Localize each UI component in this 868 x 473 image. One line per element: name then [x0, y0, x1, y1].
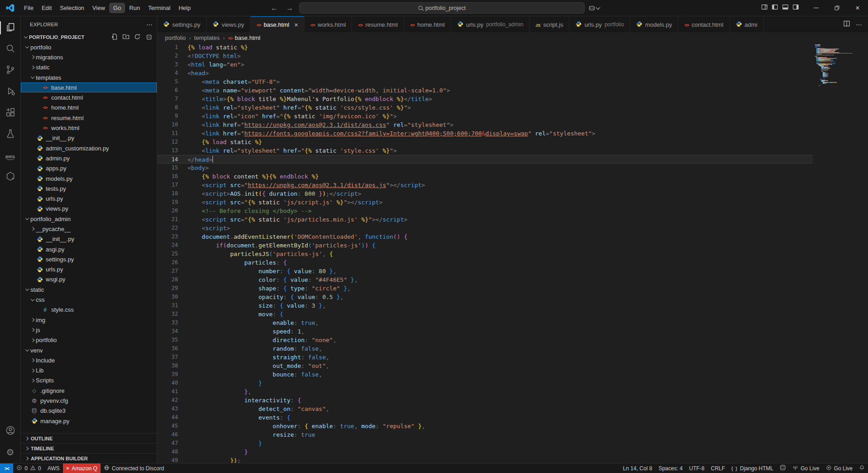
tree-item-static[interactable]: static	[21, 63, 157, 72]
code-line-1[interactable]: 1 {% load static %}	[157, 43, 868, 52]
status-go-live-port[interactable]: Go Live	[789, 463, 822, 473]
tree-item-migrations[interactable]: migrations	[21, 52, 157, 62]
code-line-37[interactable]: 37 straight: false,	[157, 353, 868, 362]
forward-arrow-icon[interactable]: →	[284, 4, 296, 12]
tree-item-portfolio_admin[interactable]: portfolio_admin	[21, 214, 157, 224]
tree-item-venv[interactable]: venv	[21, 345, 157, 355]
tree-item-admin.py[interactable]: admin.py	[21, 153, 157, 163]
code-line-38[interactable]: 38 out_mode: "out",	[157, 362, 868, 370]
status-notifications[interactable]	[856, 463, 868, 473]
tree-item-urls.py[interactable]: urls.py	[21, 265, 157, 275]
menu-item-edit[interactable]: Edit	[38, 3, 56, 13]
tab-contact.html[interactable]: <>contact.html	[678, 16, 729, 32]
menu-item-selection[interactable]: Selection	[56, 3, 88, 13]
section-outline[interactable]: OUTLINE	[21, 433, 157, 443]
code-line-26[interactable]: 26 particles: {	[157, 258, 868, 267]
status-extension-status[interactable]	[776, 463, 789, 473]
back-arrow-icon[interactable]: ←	[269, 4, 280, 12]
activity-aws[interactable]: aws	[0, 145, 21, 166]
status-cursor-position[interactable]: Ln 14, Col 8	[620, 463, 656, 473]
tree-item-views.py[interactable]: views.py	[21, 204, 157, 214]
status-go-live[interactable]: Go Live	[823, 463, 856, 473]
code-line-42[interactable]: 42 interactivity: {	[157, 396, 868, 405]
tree-item-base.html[interactable]: <> base.html	[21, 82, 157, 92]
menu-item-file[interactable]: File	[20, 3, 38, 13]
tab-script.js[interactable]: JSscript.js	[530, 16, 569, 32]
tree-item-templates[interactable]: templates	[21, 72, 157, 82]
code-line-25[interactable]: 25 particlesJS('particles-js', {	[157, 250, 868, 258]
tab-admi[interactable]: admi	[730, 16, 764, 32]
code-line-44[interactable]: 44 events: {	[157, 413, 868, 422]
tree-item-resume.html[interactable]: <> resume.html	[21, 113, 157, 123]
code-line-49[interactable]: 49 });	[157, 456, 868, 463]
menu-item-help[interactable]: Help	[174, 3, 195, 13]
code-line-36[interactable]: 36 random: false,	[157, 344, 868, 353]
code-line-46[interactable]: 46 resize: true	[157, 430, 868, 439]
activity-run-debug[interactable]	[0, 81, 21, 102]
status-amazon-q[interactable]: ×Amazon Q	[63, 463, 101, 473]
status-encoding[interactable]: UTF-8	[686, 463, 708, 473]
explorer-more-actions-icon[interactable]: ⋯	[146, 21, 153, 28]
project-root-row[interactable]: PORTFOLIO_PROJECT	[21, 32, 157, 42]
code-editor[interactable]: 1 {% load static %} 2 <!DOCTYPE html> 3 …	[157, 43, 868, 463]
code-line-7[interactable]: 7 <title>{% block title %}Mahenul's Port…	[157, 95, 868, 103]
tree-item-__pycache__[interactable]: __pycache__	[21, 224, 157, 234]
code-line-6[interactable]: 6 <meta name="viewport" content="width=d…	[157, 86, 868, 95]
tree-item-static[interactable]: static	[21, 285, 157, 294]
split-editor-icon[interactable]	[843, 20, 850, 29]
tree-item-tests.py[interactable]: tests.py	[21, 183, 157, 193]
tree-item-apps.py[interactable]: apps.py	[21, 164, 157, 174]
code-line-15[interactable]: 15 <body>	[157, 164, 868, 172]
status-aws[interactable]: AWS	[44, 463, 63, 473]
layout-panel-icon[interactable]	[782, 4, 789, 12]
tree-item-__init__.py[interactable]: __init__.py	[21, 133, 157, 143]
code-line-23[interactable]: 23 document.addEventListener('DOMContent…	[157, 232, 868, 241]
code-line-18[interactable]: 18 <script>AOS.init({ duration: 800 });<…	[157, 189, 868, 198]
code-line-41[interactable]: 41 },	[157, 387, 868, 396]
code-line-48[interactable]: 48 }	[157, 448, 868, 456]
tab-close-icon[interactable]: ×	[294, 21, 298, 28]
code-line-39[interactable]: 39 bounce: false,	[157, 370, 868, 379]
tab-urls.py[interactable]: urls.pyportfolio_admin	[451, 16, 530, 32]
code-line-10[interactable]: 10 <link href="https://unpkg.com/aos@2.3…	[157, 121, 868, 129]
code-line-32[interactable]: 32 move: {	[157, 310, 868, 319]
code-line-22[interactable]: 22 <script>	[157, 224, 868, 232]
tree-item-admin_customization.py[interactable]: admin_customization.py	[21, 143, 157, 153]
layout-secondary-sidebar-icon[interactable]	[792, 4, 799, 12]
code-line-35[interactable]: 35 direction: "none",	[157, 336, 868, 344]
status-eol-sequence[interactable]: CRLF	[708, 463, 728, 473]
activity-explorer[interactable]	[0, 17, 21, 39]
tab-works.html[interactable]: <>works.html	[304, 16, 352, 32]
menu-item-terminal[interactable]: Terminal	[144, 3, 174, 13]
code-line-47[interactable]: 47 }	[157, 439, 868, 448]
tree-item-__init__.py[interactable]: __init__.py	[21, 234, 157, 244]
copilot-icon[interactable]	[588, 5, 600, 12]
tree-item-urls.py[interactable]: urls.py	[21, 193, 157, 203]
collapse-all-icon[interactable]	[145, 33, 152, 41]
new-file-icon[interactable]	[111, 33, 118, 41]
tree-item-asgi.py[interactable]: asgi.py	[21, 244, 157, 254]
restore-button[interactable]	[826, 0, 847, 16]
minimap[interactable]	[813, 43, 868, 463]
code-line-27[interactable]: 27 number: { value: 80 },	[157, 267, 868, 275]
tree-item-portfolio[interactable]: portfolio	[21, 42, 157, 52]
tree-item-db.sqlite3[interactable]: db.sqlite3	[21, 406, 157, 416]
activity-amazon-q[interactable]	[0, 166, 21, 188]
activity-testing[interactable]	[0, 124, 21, 145]
code-line-8[interactable]: 8 <link rel="stylesheet" href="{% static…	[157, 103, 868, 112]
code-line-5[interactable]: 5 <meta charset="UTF-8">	[157, 77, 868, 86]
code-line-16[interactable]: 16 {% block content %}{% endblock %}	[157, 172, 868, 181]
code-line-14[interactable]: 14 </head>	[157, 155, 868, 164]
code-line-45[interactable]: 45 onhover: { enable: true, mode: "repul…	[157, 422, 868, 430]
refresh-icon[interactable]	[134, 33, 141, 41]
section-application-builder[interactable]: APPLICATION BUILDER	[21, 453, 157, 463]
tree-item-style.css[interactable]: # style.css	[21, 305, 157, 315]
code-line-11[interactable]: 11 <link href="https://fonts.googleapis.…	[157, 129, 868, 138]
status-remote-indicator[interactable]: ><	[0, 463, 13, 473]
layout-customize-icon[interactable]	[761, 4, 768, 12]
code-line-43[interactable]: 43 detect_on: "canvas",	[157, 405, 868, 413]
menu-item-view[interactable]: View	[88, 3, 109, 13]
tree-item-contact.html[interactable]: <> contact.html	[21, 92, 157, 102]
tree-item-css[interactable]: css	[21, 294, 157, 304]
tree-item-works.html[interactable]: <> works.html	[21, 123, 157, 133]
